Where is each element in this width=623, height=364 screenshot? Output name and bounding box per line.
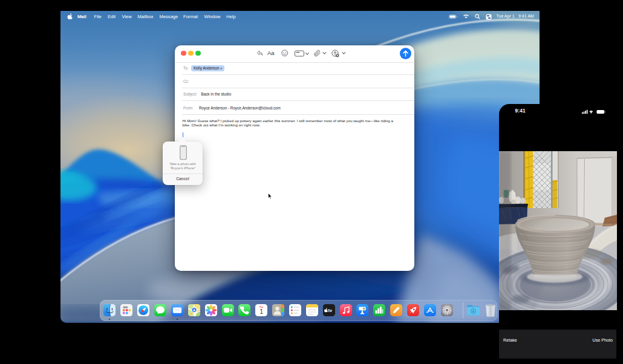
svg-text:tv: tv (328, 308, 331, 313)
